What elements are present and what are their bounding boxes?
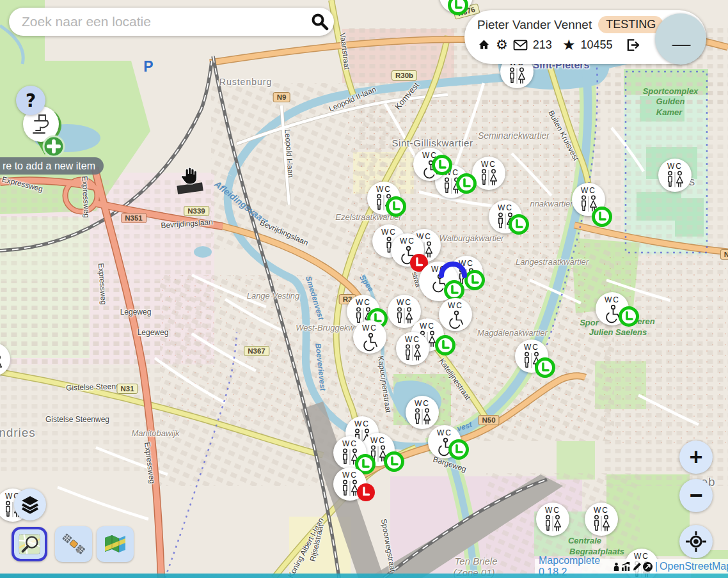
map-label: Sint-Gilliskwartier [392, 137, 473, 148]
pin-label: WC [0, 347, 1, 355]
pin-label: WC [397, 299, 412, 307]
map-label: Rijselstraat [308, 524, 326, 563]
pin-label: WC [381, 228, 397, 237]
male-female-icon [479, 169, 498, 187]
wc-pin[interactable]: WC [536, 503, 569, 536]
star-icon: ★ [562, 36, 576, 53]
wc-pin[interactable]: WC [658, 159, 692, 192]
wc-pin[interactable]: WC [361, 433, 395, 466]
wc-pin[interactable]: WC [439, 298, 472, 331]
search-icon [310, 12, 329, 31]
user-name: Pieter Vander Vennet [477, 18, 592, 32]
gear-icon: ⚙ [496, 37, 508, 52]
messages-count: 213 [533, 38, 552, 52]
logout-button[interactable] [626, 38, 640, 52]
wc-pin[interactable]: WC [515, 340, 548, 373]
search-input[interactable] [20, 13, 306, 30]
wc-pin[interactable]: WC [428, 425, 461, 458]
wc-pin[interactable]: WC [413, 148, 447, 181]
wc-pin[interactable]: WC [472, 157, 505, 190]
road-shield: R30b [392, 70, 417, 81]
road-shield: N9 [273, 92, 290, 102]
pin-label: WC [437, 429, 452, 437]
search-button[interactable] [306, 8, 334, 36]
male-female-icon [543, 515, 562, 533]
search-bar [9, 8, 334, 36]
open-clock-icon [434, 334, 456, 356]
wheelchair-icon [603, 304, 622, 324]
map-label: Expressweg [97, 263, 109, 305]
logout-icon [626, 38, 640, 52]
wc-pin[interactable]: WC [0, 343, 10, 376]
geolocate-button[interactable] [679, 525, 713, 558]
wc-pin[interactable]: WC [596, 292, 629, 325]
map-label: Expressweg [1, 175, 44, 193]
pin-label: WC [524, 343, 539, 352]
male-female-icon [368, 445, 388, 463]
pin-label: WC [420, 322, 435, 331]
map-label: Spee [358, 273, 376, 293]
map-label: Magdalenakwartier [477, 328, 548, 338]
map-label: Langestraatkwartier [516, 257, 589, 267]
map-label: nnakwartier [530, 199, 573, 208]
map-label: Smedenvest [304, 275, 326, 321]
wc-pin[interactable]: WC [353, 320, 386, 354]
male-female-icon [374, 194, 393, 212]
pin-label: WC [400, 237, 415, 246]
pin-label: WC [431, 265, 447, 274]
wc-pin[interactable]: WC [439, 0, 473, 13]
wc-pin[interactable]: WC [585, 503, 618, 536]
male-female-icon [496, 212, 515, 230]
osm-circle-icon[interactable] [642, 561, 653, 572]
wc-pin[interactable]: WC [391, 233, 424, 267]
background-style-osm-button[interactable] [12, 527, 47, 561]
map-label: Gistelse Steenweg [66, 381, 130, 392]
wc-pin[interactable]: WC [489, 200, 522, 233]
edit-pencil-icon[interactable] [632, 562, 642, 572]
openstreetmap-link[interactable]: OpenStreetMap [660, 561, 728, 572]
zoom-in-button[interactable]: + [679, 441, 713, 474]
zoom-out-button[interactable]: − [679, 479, 713, 512]
map-label: Afleidingsvaart [212, 179, 270, 227]
wc-pin[interactable]: WC [572, 183, 605, 216]
road-shield: N339 [184, 206, 209, 216]
layers-icon [20, 495, 40, 514]
wc-pin[interactable]: WC [333, 436, 367, 469]
road-shield: N367 [244, 346, 269, 356]
wc-pin[interactable]: WC [419, 262, 459, 301]
map-label: ndries [0, 426, 36, 440]
wc-pin[interactable]: WC [333, 467, 367, 501]
layers-button[interactable] [14, 488, 46, 520]
background-style-satellite-button[interactable] [55, 526, 92, 562]
wheelchair-icon [360, 332, 379, 352]
map-label: Lange Vesting [247, 291, 300, 301]
home-button[interactable] [477, 38, 491, 51]
pin-label: WC [667, 162, 683, 171]
map-label: Legeweg [120, 308, 152, 316]
wc-pin[interactable]: WC [367, 182, 400, 215]
map-label: Vaartstraat [338, 32, 352, 70]
pin-label: WC [594, 506, 609, 515]
male-female-icon [579, 195, 598, 213]
road-shield: N31 [116, 384, 138, 394]
bar-chart-icon[interactable] [621, 562, 631, 572]
wc-pin[interactable]: WC [396, 332, 429, 365]
pin-label: WC [370, 437, 386, 445]
background-style-map-button[interactable] [97, 526, 134, 562]
changesets-button[interactable]: ★ [562, 36, 576, 53]
messages-button[interactable] [513, 40, 528, 51]
avatar[interactable] [655, 13, 706, 65]
wc-pin[interactable]: WC [406, 396, 439, 429]
map-label: Seminariekwartier [478, 130, 550, 141]
glasses-detail [672, 39, 691, 46]
map-label: Expressweg [80, 176, 91, 218]
pin-label: WC [354, 420, 370, 428]
map-label: Gistelse Steenweg [45, 415, 109, 424]
pin-label: WC [342, 471, 358, 480]
settings-button[interactable]: ⚙ [496, 37, 508, 52]
user-stats-icon[interactable] [612, 562, 621, 572]
map-label: P [143, 58, 153, 75]
male-female-icon [340, 448, 360, 466]
help-button[interactable]: ? [16, 86, 45, 115]
wheelchair-icon [429, 274, 448, 293]
